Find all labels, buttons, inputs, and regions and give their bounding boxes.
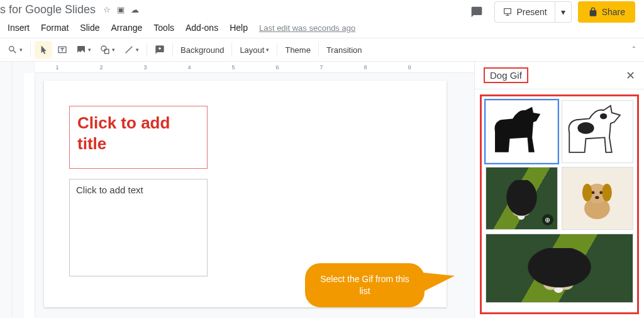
open-comments-button[interactable] [465, 1, 488, 23]
toolbar: Background Layout Theme Transition ˆ [0, 38, 644, 62]
image-result-dog-tan-cartoon[interactable] [562, 167, 634, 230]
menu-addons[interactable]: Add-ons [180, 20, 223, 35]
present-button[interactable]: Present [494, 1, 555, 23]
title-placeholder[interactable]: Click to add title [69, 106, 208, 169]
star-icon[interactable]: ☆ [103, 5, 111, 14]
line-icon [124, 45, 134, 55]
present-icon [502, 7, 513, 17]
menu-help[interactable]: Help [225, 20, 253, 35]
svg-point-0 [101, 46, 106, 51]
last-edit-link[interactable]: Last edit was seconds ago [259, 23, 355, 33]
image-icon [76, 45, 86, 55]
image-results-grid: ⊕ [480, 94, 639, 314]
sidepanel-close-button[interactable]: ✕ [626, 69, 635, 82]
shape-icon [100, 45, 110, 55]
shape-tool[interactable] [96, 41, 119, 59]
magnifier-icon [8, 45, 18, 55]
theme-button[interactable]: Theme [281, 41, 314, 59]
image-result-dog-outline[interactable] [562, 100, 634, 163]
cloud-status-icon[interactable]: ☁ [131, 5, 139, 14]
body-placeholder[interactable]: Click to add text [69, 179, 208, 276]
share-button[interactable]: Share [578, 1, 635, 23]
svg-rect-1 [104, 49, 109, 54]
move-icon[interactable]: ▣ [117, 5, 125, 14]
textbox-icon [57, 45, 67, 55]
comment-icon [470, 6, 483, 18]
share-label: Share [602, 7, 625, 17]
present-label: Present [516, 7, 547, 17]
image-result-dog-silhouette[interactable] [486, 100, 558, 163]
puppy-cartoon-icon [572, 174, 622, 223]
add-comment-tool[interactable] [151, 41, 169, 59]
menu-arrange[interactable]: Arrange [106, 20, 148, 35]
transition-button[interactable]: Transition [323, 41, 366, 59]
svg-point-3 [600, 113, 607, 119]
svg-point-9 [600, 191, 603, 194]
image-tool[interactable] [72, 41, 95, 59]
image-search-sidepanel: Dog Gif ✕ ⊕ [474, 62, 644, 318]
background-button[interactable]: Background [177, 41, 228, 59]
line-tool[interactable] [120, 41, 143, 59]
menu-format[interactable]: Format [36, 20, 74, 35]
doc-title[interactable]: s for Google Slides [0, 3, 96, 16]
menu-tools[interactable]: Tools [148, 20, 179, 35]
present-dropdown[interactable]: ▾ [555, 1, 572, 23]
textbox-tool[interactable] [53, 41, 71, 59]
layout-dropdown[interactable]: Layout [236, 41, 273, 59]
cursor-icon [38, 45, 48, 55]
dog-silhouette-icon [486, 101, 557, 162]
zoom-dropdown[interactable] [4, 41, 26, 59]
svg-point-7 [602, 183, 613, 201]
select-tool[interactable] [35, 41, 52, 59]
svg-point-8 [592, 191, 595, 194]
image-result-dog-photo-2[interactable] [486, 234, 633, 303]
menu-insert[interactable]: Insert [3, 20, 35, 35]
sidepanel-search-term[interactable]: Dog Gif [484, 67, 528, 83]
dog-outline-icon [562, 101, 633, 162]
magnify-icon[interactable]: ⊕ [542, 214, 553, 225]
svg-point-10 [596, 196, 599, 199]
image-result-dog-photo-1[interactable]: ⊕ [486, 167, 558, 230]
tutorial-callout: Select the Gif from this list [305, 263, 425, 307]
svg-point-2 [577, 122, 594, 134]
lock-icon [588, 7, 598, 17]
slide-canvas-area: 1 2 3 4 5 6 7 8 9 Click to add title Cli… [13, 62, 474, 318]
horizontal-ruler: 1 2 3 4 5 6 7 8 9 [35, 62, 474, 73]
menu-slide[interactable]: Slide [75, 20, 104, 35]
slide-thumbnails-strip[interactable] [0, 62, 13, 318]
vertical-ruler [24, 73, 35, 318]
add-comment-icon [155, 45, 165, 55]
toolbar-collapse-button[interactable]: ˆ [628, 45, 640, 55]
svg-point-6 [582, 183, 592, 201]
